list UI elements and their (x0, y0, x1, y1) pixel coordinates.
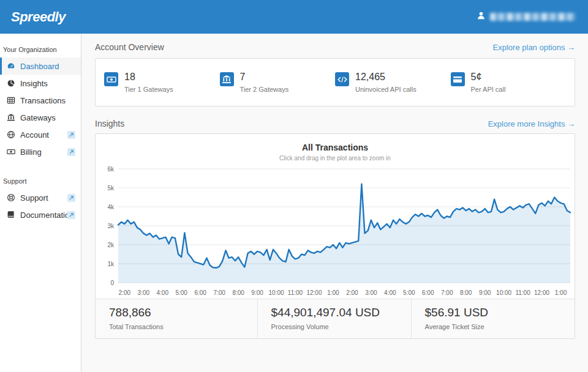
insights-heading: Insights (95, 119, 124, 128)
sidebar-item-label: Documentation (20, 210, 74, 220)
svg-text:10:00: 10:00 (269, 289, 284, 296)
stat-value: 18 (124, 72, 173, 83)
svg-text:0: 0 (110, 280, 114, 286)
svg-text:7:00: 7:00 (213, 289, 225, 296)
stat-value: 7 (240, 72, 289, 83)
bank-icon (6, 113, 15, 122)
svg-text:1:00: 1:00 (327, 289, 339, 296)
svg-text:11:00: 11:00 (515, 289, 530, 296)
pie-chart-icon (6, 79, 15, 87)
sidebar-item-documentation[interactable]: Documentation (0, 206, 81, 223)
masked-user-email (490, 13, 576, 21)
sidebar-item-support[interactable]: Support (0, 189, 81, 206)
stat-value: 788,866 (109, 306, 257, 319)
external-link-icon (67, 148, 75, 156)
stat-label: Uninvoiced API calls (355, 86, 417, 93)
stat-label: Tier 1 Gateways (124, 86, 173, 93)
svg-text:12:00: 12:00 (534, 289, 549, 296)
stat-processing-volume: $44,901,497.04 USD Processing Volume (257, 299, 411, 338)
sidebar-item-dashboard[interactable]: Dashboard (0, 58, 81, 75)
svg-text:1:00: 1:00 (555, 289, 567, 296)
svg-text:4:00: 4:00 (157, 289, 169, 296)
svg-text:11:00: 11:00 (288, 289, 303, 296)
sidebar-item-label: Insights (20, 79, 48, 88)
svg-text:1k: 1k (107, 261, 115, 267)
svg-text:6k: 6k (107, 166, 115, 173)
sidebar-item-label: Dashboard (20, 62, 59, 71)
svg-text:6:00: 6:00 (194, 289, 206, 296)
sidebar-item-gateways[interactable]: Gateways (0, 109, 81, 126)
sidebar-item-billing[interactable]: Billing (0, 143, 81, 160)
svg-text:8:00: 8:00 (460, 289, 472, 296)
sidebar-item-label: Gateways (20, 113, 56, 122)
bank-icon (220, 72, 234, 86)
dashboard-icon (6, 62, 15, 70)
sidebar-item-label: Transactions (20, 96, 66, 105)
code-icon (335, 72, 349, 86)
org-section-label: Your Organization (0, 39, 81, 58)
sidebar-item-label: Account (20, 130, 49, 140)
sidebar-item-label: Support (20, 193, 48, 203)
stat-label: Average Ticket Size (425, 323, 575, 330)
svg-text:9:00: 9:00 (251, 289, 263, 296)
chart-title: All Transactions (96, 134, 575, 152)
stat-value: $56.91 USD (425, 306, 575, 319)
app-logo[interactable]: Spreedly (11, 9, 66, 25)
svg-text:9:00: 9:00 (479, 289, 491, 296)
money-bill-icon (6, 147, 15, 156)
external-link-icon (67, 194, 75, 202)
account-overview-card: 18 Tier 1 Gateways 7 Tier 2 Gateways 1 (95, 58, 575, 106)
topbar: Spreedly (0, 0, 588, 34)
main-content: Account Overview Explore plan options → … (81, 34, 588, 372)
svg-text:2k: 2k (107, 242, 115, 248)
svg-text:4k: 4k (107, 204, 115, 210)
stat-tier2-gateways: 7 Tier 2 Gateways (220, 72, 336, 93)
stat-value: 5¢ (471, 72, 506, 83)
stat-label: Tier 2 Gateways (240, 86, 289, 93)
sidebar-item-transactions[interactable]: Transactions (0, 92, 81, 109)
svg-text:8:00: 8:00 (232, 289, 244, 296)
money-bill-icon (104, 72, 118, 86)
table-icon (6, 96, 15, 105)
svg-text:5k: 5k (107, 185, 115, 192)
svg-text:3k: 3k (107, 223, 115, 229)
sidebar-item-insights[interactable]: Insights (0, 75, 81, 92)
stat-label: Processing Volume (271, 323, 411, 330)
external-link-icon (67, 131, 75, 139)
globe-icon (6, 130, 15, 139)
external-link-icon (67, 211, 75, 219)
book-icon (6, 210, 15, 219)
explore-plan-options-link[interactable]: Explore plan options → (493, 43, 575, 52)
svg-text:5:00: 5:00 (175, 289, 187, 296)
user-menu[interactable] (477, 11, 576, 23)
svg-text:2:00: 2:00 (346, 289, 358, 296)
account-overview-heading: Account Overview (95, 42, 164, 52)
svg-text:6:00: 6:00 (422, 289, 434, 296)
credit-card-icon (451, 72, 465, 86)
support-section-label: Support (0, 170, 81, 189)
stat-label: Total Transactions (109, 323, 257, 330)
svg-text:10:00: 10:00 (496, 289, 511, 296)
user-icon (477, 11, 486, 23)
sidebar: Your Organization Dashboard Insights Tra… (0, 34, 81, 372)
sidebar-item-label: Billing (20, 147, 42, 157)
svg-text:4:00: 4:00 (384, 289, 396, 296)
life-ring-icon (6, 193, 15, 202)
svg-text:12:00: 12:00 (306, 289, 322, 296)
sidebar-item-account[interactable]: Account (0, 126, 81, 143)
stat-tier1-gateways: 18 Tier 1 Gateways (104, 72, 220, 93)
svg-text:2:00: 2:00 (119, 289, 131, 296)
explore-more-insights-link[interactable]: Explore more Insights → (488, 119, 575, 128)
stat-uninvoiced-api-calls: 12,465 Uninvoiced API calls (335, 72, 451, 93)
svg-text:3:00: 3:00 (365, 289, 377, 296)
all-transactions-chart[interactable]: 01k2k3k4k5k6k2:003:004:005:006:007:008:0… (96, 163, 575, 299)
stat-per-api-call: 5¢ Per API call (451, 72, 567, 93)
chart-subtitle: Click and drag in the plot area to zoom … (96, 155, 575, 162)
svg-text:5:00: 5:00 (403, 289, 415, 296)
chart-footer-stats: 788,866 Total Transactions $44,901,497.0… (96, 299, 575, 338)
svg-text:3:00: 3:00 (138, 289, 150, 296)
stat-value: $44,901,497.04 USD (271, 306, 411, 319)
stat-total-transactions: 788,866 Total Transactions (96, 299, 257, 338)
stat-label: Per API call (471, 86, 506, 93)
stat-average-ticket-size: $56.91 USD Average Ticket Size (411, 299, 575, 338)
